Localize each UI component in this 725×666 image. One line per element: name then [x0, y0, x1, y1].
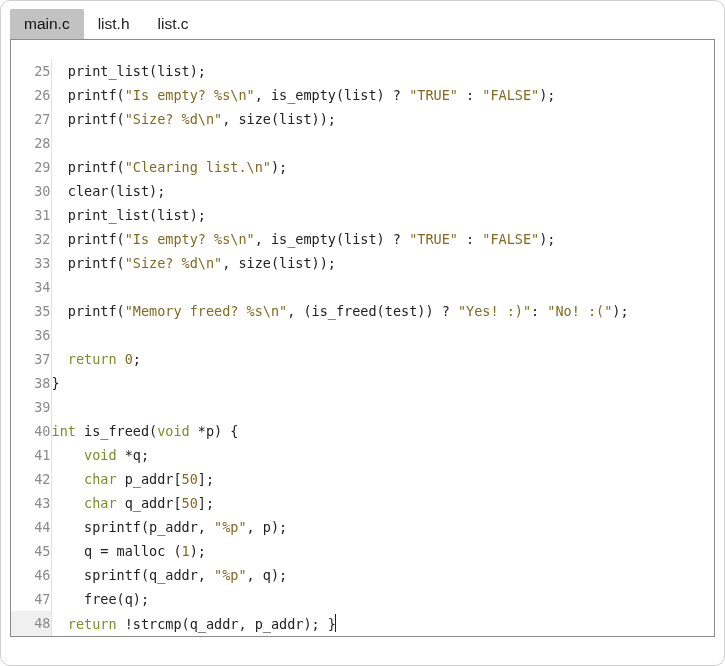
gutter-line-number: 35: [11, 299, 51, 323]
code-text[interactable]: void *q;: [51, 443, 714, 467]
code-text[interactable]: printf("Is empty? %s\n", is_empty(list) …: [51, 83, 714, 107]
tab-list-h[interactable]: list.h: [84, 9, 144, 39]
tab-main-c[interactable]: main.c: [10, 9, 84, 39]
gutter-line-number: 48: [11, 611, 51, 636]
code-line[interactable]: 29 printf("Clearing list.\n");: [11, 155, 714, 179]
code-text[interactable]: char p_addr[50];: [51, 467, 714, 491]
code-line[interactable]: 32 printf("Is empty? %s\n", is_empty(lis…: [11, 227, 714, 251]
code-editor[interactable]: 25 print_list(list);26 printf("Is empty?…: [10, 39, 715, 637]
gutter-line-number: 32: [11, 227, 51, 251]
gutter-line-number: 47: [11, 587, 51, 611]
code-text[interactable]: print_list(list);: [51, 59, 714, 83]
code-text[interactable]: char q_addr[50];: [51, 491, 714, 515]
code-content[interactable]: 25 print_list(list);26 printf("Is empty?…: [11, 59, 714, 636]
code-line[interactable]: 38}: [11, 371, 714, 395]
code-text[interactable]: int is_freed(void *p) {: [51, 419, 714, 443]
gutter-line-number: 39: [11, 395, 51, 419]
code-line[interactable]: 34: [11, 275, 714, 299]
code-line[interactable]: 46 sprintf(q_addr, "%p", q);: [11, 563, 714, 587]
code-line[interactable]: 31 print_list(list);: [11, 203, 714, 227]
code-text[interactable]: [51, 323, 714, 347]
code-text[interactable]: return !strcmp(q_addr, p_addr); }: [51, 611, 714, 636]
gutter-line-number: 28: [11, 131, 51, 155]
tab-list-c[interactable]: list.c: [144, 9, 203, 39]
gutter-line-number: 31: [11, 203, 51, 227]
code-text[interactable]: clear(list);: [51, 179, 714, 203]
code-line[interactable]: 41 void *q;: [11, 443, 714, 467]
code-text[interactable]: return 0;: [51, 347, 714, 371]
code-line[interactable]: 27 printf("Size? %d\n", size(list));: [11, 107, 714, 131]
gutter-line-number: 41: [11, 443, 51, 467]
code-text[interactable]: print_list(list);: [51, 203, 714, 227]
code-line[interactable]: 37 return 0;: [11, 347, 714, 371]
gutter-line-number: 40: [11, 419, 51, 443]
gutter-line-number: 43: [11, 491, 51, 515]
app-frame: main.c list.h list.c 25 print_list(list)…: [0, 0, 725, 666]
code-text[interactable]: printf("Size? %d\n", size(list));: [51, 107, 714, 131]
code-line[interactable]: 40int is_freed(void *p) {: [11, 419, 714, 443]
code-text[interactable]: printf("Is empty? %s\n", is_empty(list) …: [51, 227, 714, 251]
code-text[interactable]: printf("Size? %d\n", size(list));: [51, 251, 714, 275]
gutter-line-number: 45: [11, 539, 51, 563]
gutter-line-number: 29: [11, 155, 51, 179]
code-line[interactable]: 47 free(q);: [11, 587, 714, 611]
code-line[interactable]: 45 q = malloc (1);: [11, 539, 714, 563]
code-text[interactable]: printf("Clearing list.\n");: [51, 155, 714, 179]
gutter-line-number: 44: [11, 515, 51, 539]
scroll-spacer: [11, 40, 714, 59]
code-text[interactable]: [51, 395, 714, 419]
gutter-line-number: 36: [11, 323, 51, 347]
code-line[interactable]: 44 sprintf(p_addr, "%p", p);: [11, 515, 714, 539]
gutter-line-number: 30: [11, 179, 51, 203]
code-line[interactable]: 36: [11, 323, 714, 347]
gutter-line-number: 27: [11, 107, 51, 131]
code-text[interactable]: q = malloc (1);: [51, 539, 714, 563]
code-line[interactable]: 42 char p_addr[50];: [11, 467, 714, 491]
gutter-line-number: 37: [11, 347, 51, 371]
tab-bar: main.c list.h list.c: [10, 9, 715, 39]
code-line[interactable]: 30 clear(list);: [11, 179, 714, 203]
gutter-line-number: 34: [11, 275, 51, 299]
gutter-line-number: 42: [11, 467, 51, 491]
editor-scroll[interactable]: 25 print_list(list);26 printf("Is empty?…: [11, 40, 714, 636]
code-line[interactable]: 33 printf("Size? %d\n", size(list));: [11, 251, 714, 275]
gutter-line-number: 38: [11, 371, 51, 395]
gutter-line-number: 33: [11, 251, 51, 275]
gutter-line-number: 25: [11, 59, 51, 83]
code-text[interactable]: free(q);: [51, 587, 714, 611]
code-text[interactable]: printf("Memory freed? %s\n", (is_freed(t…: [51, 299, 714, 323]
code-line[interactable]: 35 printf("Memory freed? %s\n", (is_free…: [11, 299, 714, 323]
code-text[interactable]: sprintf(q_addr, "%p", q);: [51, 563, 714, 587]
code-text[interactable]: }: [51, 371, 714, 395]
gutter-line-number: 46: [11, 563, 51, 587]
code-text[interactable]: sprintf(p_addr, "%p", p);: [51, 515, 714, 539]
code-line[interactable]: 25 print_list(list);: [11, 59, 714, 83]
code-text[interactable]: [51, 275, 714, 299]
code-line[interactable]: 39: [11, 395, 714, 419]
code-line[interactable]: 43 char q_addr[50];: [11, 491, 714, 515]
code-line[interactable]: 48 return !strcmp(q_addr, p_addr); }: [11, 611, 714, 636]
code-line[interactable]: 28: [11, 131, 714, 155]
code-text[interactable]: [51, 131, 714, 155]
gutter-line-number: 26: [11, 83, 51, 107]
code-line[interactable]: 26 printf("Is empty? %s\n", is_empty(lis…: [11, 83, 714, 107]
